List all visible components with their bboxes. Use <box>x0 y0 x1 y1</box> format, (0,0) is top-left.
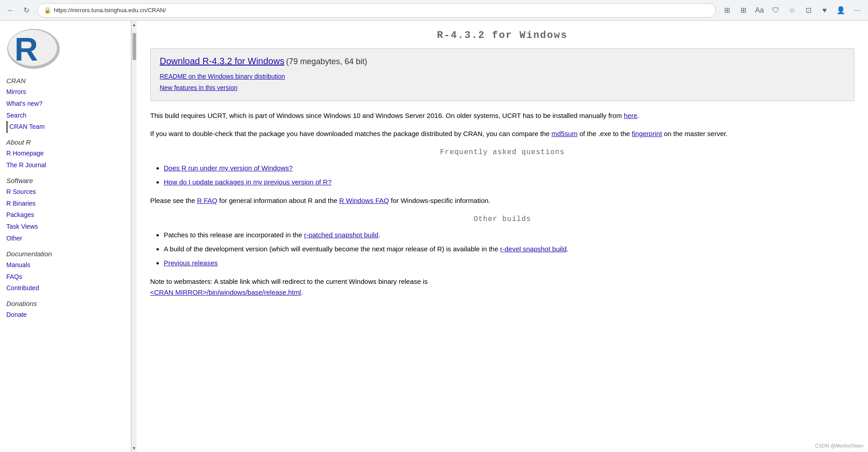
sidebar-item-whats-new[interactable]: What's new? <box>6 98 124 110</box>
profile-button[interactable]: 👤 <box>835 4 847 17</box>
address-bar[interactable]: 🔒 https://mirrors.tuna.tsinghua.edu.cn/C… <box>37 3 716 18</box>
shield-button[interactable]: 🛡 <box>769 4 782 17</box>
sidebar-item-r-homepage[interactable]: R Homepage <box>6 148 124 160</box>
tab-manager-button[interactable]: ⊞ <box>721 4 733 17</box>
note-text: Note to webmasters: A stable link which … <box>150 278 428 285</box>
md5sum-link[interactable]: md5sum <box>551 130 578 137</box>
sidebar-item-mirrors[interactable]: Mirrors <box>6 86 124 98</box>
md5sum-text-mid1: of the .exe to the <box>579 130 630 137</box>
sidebar-item-cran-team[interactable]: CRAN Team <box>6 121 124 133</box>
faq-paragraph: Please see the R FAQ for general informa… <box>150 195 854 206</box>
back-button[interactable]: ← <box>5 4 17 17</box>
sidebar-item-r-journal[interactable]: The R Journal <box>6 160 124 171</box>
cran-mirror-link[interactable]: <CRAN MIRROR>/bin/windows/base/release.h… <box>150 288 301 296</box>
sidebar-item-faqs[interactable]: FAQs <box>6 271 124 283</box>
browser-actions: ⊞ ⊞ Aa 🛡 ☆ ⊡ ♥ 👤 ⋯ <box>721 4 863 17</box>
ucrt-paragraph: This build requires UCRT, which is part … <box>150 110 854 121</box>
favorites-button[interactable]: ☆ <box>786 4 798 17</box>
menu-button[interactable]: ⋯ <box>851 4 863 17</box>
scroll-down-arrow[interactable]: ▼ <box>132 444 137 452</box>
sidebar-item-r-binaries[interactable]: R Binaries <box>6 198 124 210</box>
sidebar-item-other[interactable]: Other <box>6 233 124 245</box>
download-size: (79 megabytes, 64 bit) <box>286 57 367 66</box>
sidebar-item-packages[interactable]: Packages <box>6 209 124 221</box>
sidebar: R CRAN Mirrors What's new? Search CRAN T… <box>0 21 131 452</box>
donations-section-title: Donations <box>6 300 124 307</box>
other-build-item-1: Patches to this release are incorporated… <box>164 229 854 241</box>
faq-item-1: Does R run under my version of Windows? <box>164 162 854 174</box>
other-builds-heading: Other builds <box>150 215 854 223</box>
fingerprint-link[interactable]: fingerprint <box>632 130 662 137</box>
documentation-section-title: Documentation <box>6 250 124 258</box>
readme-link[interactable]: README on the Windows binary distributio… <box>160 71 845 82</box>
note-end: . <box>301 288 303 296</box>
faq-link-1[interactable]: Does R run under my version of Windows? <box>164 164 293 172</box>
page-title: R-4.3.2 for Windows <box>150 30 854 41</box>
faq-item-2: How do I update packages in my previous … <box>164 176 854 188</box>
md5sum-text-before: If you want to double-check that the pac… <box>150 130 550 137</box>
faq-text-end: for Windows-specific information. <box>391 197 490 204</box>
url-text: https://mirrors.tuna.tsinghua.edu.cn/CRA… <box>54 7 166 14</box>
faq-list: Does R run under my version of Windows? … <box>150 162 854 188</box>
r-devel-link[interactable]: r-devel snapshot build <box>500 245 567 253</box>
software-section-title: Software <box>6 177 124 184</box>
other-build-text-1-before: Patches to this release are incorporated… <box>164 231 302 239</box>
about-r-section-title: About R <box>6 138 124 146</box>
ucrt-text-after: . <box>637 112 639 119</box>
rfaq-link[interactable]: R FAQ <box>197 197 217 204</box>
new-features-link[interactable]: New features in this version <box>160 82 845 94</box>
refresh-button[interactable]: ↻ <box>20 4 33 17</box>
scrollbar-thumb[interactable] <box>133 33 136 60</box>
other-build-item-2: A build of the development version (whic… <box>164 243 854 255</box>
other-build-text-1-after: . <box>378 231 380 239</box>
page-layout: R CRAN Mirrors What's new? Search CRAN T… <box>0 21 868 452</box>
md5sum-paragraph: If you want to double-check that the pac… <box>150 128 854 139</box>
faq-heading: Frequently asked questions <box>150 148 854 156</box>
download-box: Download R-4.3.2 for Windows (79 megabyt… <box>150 48 854 101</box>
note-paragraph: Note to webmasters: A stable link which … <box>150 276 854 298</box>
faq-text-before: Please see the <box>150 197 195 204</box>
sidebar-scrollbar[interactable]: ▲ ▼ <box>131 21 137 452</box>
scroll-up-arrow[interactable]: ▲ <box>132 21 137 28</box>
watermark: CSDN @MorleyOlsen <box>815 443 863 448</box>
reader-mode-button[interactable]: Aa <box>753 4 766 17</box>
faq-link-2[interactable]: How do I update packages in my previous … <box>164 178 332 186</box>
faq-text-mid: for general information about R and the <box>219 197 337 204</box>
sidebar-item-manuals[interactable]: Manuals <box>6 259 124 271</box>
download-sub-links: README on the Windows binary distributio… <box>160 71 845 94</box>
cran-section-title: CRAN <box>6 77 124 85</box>
nav-buttons: ← ↻ <box>5 4 33 17</box>
sidebar-item-task-views[interactable]: Task Views <box>6 221 124 233</box>
svg-text:R: R <box>14 31 38 67</box>
previous-releases-link[interactable]: Previous releases <box>164 259 218 267</box>
rwinfaq-link[interactable]: R Windows FAQ <box>339 197 389 204</box>
other-builds-list: Patches to this release are incorporated… <box>150 229 854 269</box>
sidebar-item-r-sources[interactable]: R Sources <box>6 186 124 198</box>
r-patched-link[interactable]: r-patched snapshot build <box>304 231 378 239</box>
sidebar-item-donate[interactable]: Donate <box>6 309 124 321</box>
other-build-item-3: Previous releases <box>164 257 854 269</box>
extensions-button[interactable]: ⊞ <box>737 4 749 17</box>
here-link[interactable]: here <box>624 112 637 119</box>
heart-button[interactable]: ♥ <box>818 4 831 17</box>
other-build-text-2-before: A build of the development version (whic… <box>164 245 498 253</box>
lock-icon: 🔒 <box>44 7 51 14</box>
download-main-link[interactable]: Download R-4.3.2 for Windows <box>160 56 285 66</box>
collections-button[interactable]: ⊡ <box>802 4 815 17</box>
sidebar-item-contributed[interactable]: Contributed <box>6 282 124 294</box>
other-build-text-2-after: . <box>567 245 569 253</box>
download-main-row: Download R-4.3.2 for Windows (79 megabyt… <box>160 56 845 66</box>
ucrt-text-before: This build requires UCRT, which is part … <box>150 112 622 119</box>
sidebar-item-search[interactable]: Search <box>6 110 124 122</box>
browser-chrome: ← ↻ 🔒 https://mirrors.tuna.tsinghua.edu.… <box>0 0 868 21</box>
sidebar-logo: R <box>6 28 124 70</box>
md5sum-text-mid2: on the master server. <box>664 130 728 137</box>
main-content: R-4.3.2 for Windows Download R-4.3.2 for… <box>137 21 868 452</box>
r-logo-svg: R <box>6 28 61 70</box>
